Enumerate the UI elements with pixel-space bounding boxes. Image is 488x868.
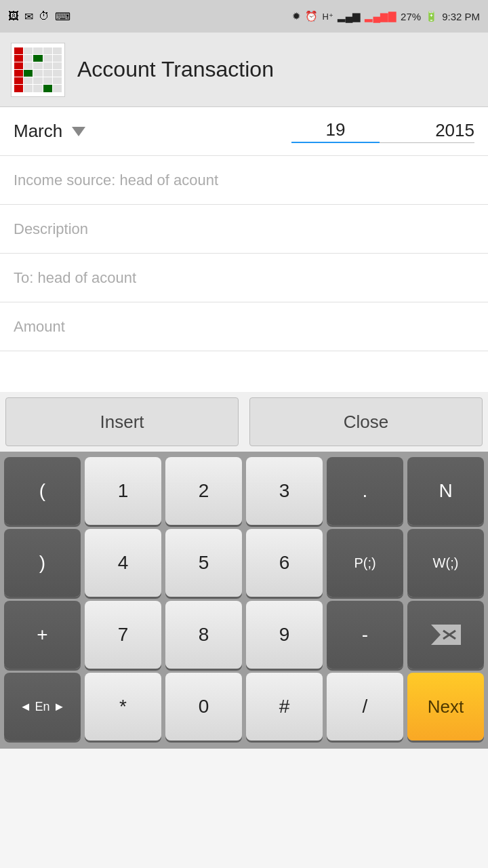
key-1[interactable]: 1 xyxy=(85,457,161,525)
amount-input[interactable] xyxy=(14,318,474,336)
app-header: Account Transaction xyxy=(0,33,488,107)
status-right-icons: ✹ ⏰ H⁺ ▂▄▆ ▂▄▆▇ 27% 🔋 9:32 PM xyxy=(292,10,480,22)
month-dropdown-icon[interactable] xyxy=(72,127,85,136)
key-0[interactable]: 0 xyxy=(165,673,242,741)
keyboard-icon: ⌨ xyxy=(55,10,70,23)
signal-bars2-icon: ▂▄▆▇ xyxy=(365,10,396,22)
key-4[interactable]: 4 xyxy=(85,529,161,597)
close-button[interactable]: Close xyxy=(249,397,483,446)
key-p-semicolon[interactable]: P(;) xyxy=(327,529,403,597)
kb-row-3: + 7 8 9 - xyxy=(4,601,484,669)
keyboard: ( 1 2 3 . N ) 4 5 6 P(;) W(;) + 7 8 9 - … xyxy=(0,452,488,749)
alarm-icon: ⏰ xyxy=(305,10,318,22)
key-open-paren[interactable]: ( xyxy=(4,457,81,525)
key-6[interactable]: 6 xyxy=(246,529,323,597)
key-close-paren[interactable]: ) xyxy=(4,529,81,597)
svg-marker-0 xyxy=(431,625,461,645)
action-buttons: Insert Close xyxy=(0,392,488,452)
key-9[interactable]: 9 xyxy=(246,601,323,669)
kb-row-4: ◄ En ► * 0 # / Next xyxy=(4,673,484,741)
date-row[interactable]: March 19 2015 xyxy=(0,107,488,156)
timer-icon: ⏱ xyxy=(39,10,49,22)
year-field[interactable]: 2015 xyxy=(380,120,474,143)
kb-row-2: ) 4 5 6 P(;) W(;) xyxy=(4,529,484,597)
description-field[interactable] xyxy=(0,205,488,254)
income-source-field[interactable] xyxy=(0,156,488,205)
status-left-icons: 🖼 ✉ ⏱ ⌨ xyxy=(8,10,70,23)
to-input[interactable] xyxy=(14,269,474,287)
bluetooth-icon: ✹ xyxy=(292,10,301,22)
network-icon: H⁺ xyxy=(322,12,333,22)
description-input[interactable] xyxy=(14,220,474,238)
key-dot[interactable]: . xyxy=(327,457,403,525)
signal-bars-icon: ▂▄▆ xyxy=(338,10,361,22)
mail-icon: ✉ xyxy=(24,10,33,23)
key-5[interactable]: 5 xyxy=(165,529,242,597)
key-hash[interactable]: # xyxy=(246,673,323,741)
time-display: 9:32 PM xyxy=(442,11,480,22)
insert-button[interactable]: Insert xyxy=(5,397,239,446)
key-language[interactable]: ◄ En ► xyxy=(4,673,81,741)
day-field[interactable]: 19 xyxy=(291,119,380,143)
key-minus[interactable]: - xyxy=(327,601,403,669)
spacer xyxy=(0,351,488,392)
key-star[interactable]: * xyxy=(85,673,161,741)
app-icon xyxy=(11,43,65,97)
income-source-input[interactable] xyxy=(14,172,474,189)
key-w-semicolon[interactable]: W(;) xyxy=(407,529,484,597)
month-text: March xyxy=(14,121,62,142)
key-2[interactable]: 2 xyxy=(165,457,242,525)
screenshot-icon: 🖼 xyxy=(8,10,19,22)
battery-percent: 27% xyxy=(401,11,421,22)
status-bar: 🖼 ✉ ⏱ ⌨ ✹ ⏰ H⁺ ▂▄▆ ▂▄▆▇ 27% 🔋 9:32 PM xyxy=(0,0,488,33)
key-3[interactable]: 3 xyxy=(246,457,323,525)
form-area: March 19 2015 xyxy=(0,107,488,392)
amount-field[interactable] xyxy=(0,302,488,351)
kb-row-1: ( 1 2 3 . N xyxy=(4,457,484,525)
key-7[interactable]: 7 xyxy=(85,601,161,669)
battery-icon: 🔋 xyxy=(425,10,438,22)
app-title: Account Transaction xyxy=(77,57,274,82)
next-button[interactable]: Next xyxy=(407,673,484,741)
key-backspace[interactable] xyxy=(407,601,484,669)
key-n[interactable]: N xyxy=(407,457,484,525)
key-plus[interactable]: + xyxy=(4,601,81,669)
key-slash[interactable]: / xyxy=(327,673,403,741)
month-field[interactable]: March xyxy=(14,121,291,142)
to-field[interactable] xyxy=(0,254,488,302)
key-8[interactable]: 8 xyxy=(165,601,242,669)
